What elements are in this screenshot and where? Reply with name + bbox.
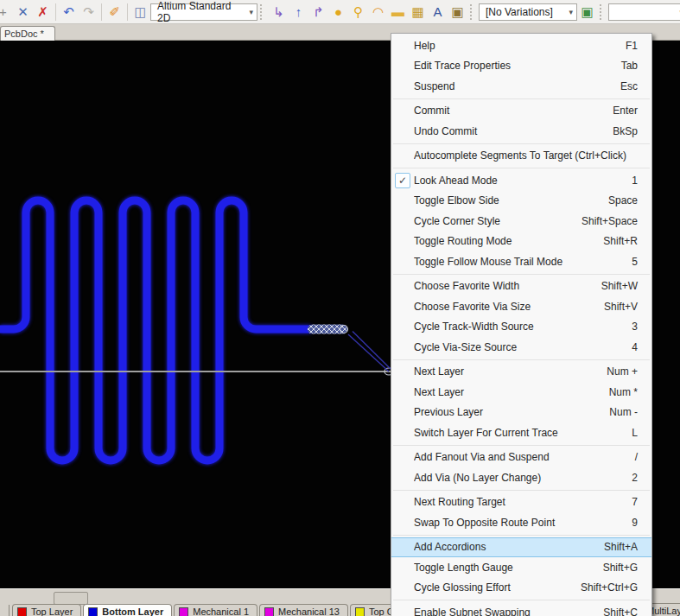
- break-track-icon[interactable]: ✕: [13, 3, 33, 22]
- menu-item-toggle-follow-mouse-trail-mode[interactable]: Toggle Follow Mouse Trail Mode5: [391, 251, 651, 272]
- layer-color-swatch: [355, 607, 365, 616]
- via-icon[interactable]: ⚲: [348, 3, 368, 22]
- menu-item-suspend[interactable]: SuspendEsc: [391, 76, 651, 97]
- menu-item-undo-commit[interactable]: Undo CommitBkSp: [391, 121, 651, 142]
- menu-item-toggle-length-gauge[interactable]: Toggle Length GaugeShift+G: [391, 557, 651, 578]
- menu-item-next-routing-target[interactable]: Next Routing Target7: [391, 492, 651, 513]
- menu-item-shortcut: Shift+W: [601, 280, 651, 292]
- check-icon: ✓: [395, 173, 410, 188]
- checkmark-box: ✓: [391, 173, 414, 188]
- menu-item-label: Help: [414, 40, 626, 52]
- menu-item-label: Toggle Length Gauge: [414, 562, 603, 574]
- undo-icon[interactable]: ↶: [59, 3, 79, 22]
- redo-icon[interactable]: ↷: [79, 3, 99, 22]
- menu-item-choose-favorite-via-size[interactable]: Choose Favorite Via SizeShift+V: [391, 296, 651, 317]
- menu-item-toggle-elbow-side[interactable]: Toggle Elbow SideSpace: [391, 191, 651, 212]
- toolbar-separator: [127, 3, 128, 21]
- menu-item-label: Swap To Opposite Route Point: [414, 517, 632, 529]
- menu-item-edit-trace-properties[interactable]: Edit Trace PropertiesTab: [391, 56, 651, 77]
- menu-item-label: Enable Subnet Swapping: [414, 606, 603, 616]
- menu-item-next-layer[interactable]: Next LayerNum *: [391, 382, 651, 403]
- menu-item-label: Cycle Track-Width Source: [414, 321, 632, 333]
- arc-icon[interactable]: ◠: [368, 3, 388, 22]
- layer-tab-mechanical-1[interactable]: Mechanical 1: [174, 604, 257, 616]
- menu-item-label: Cycle Via-Size Source: [414, 341, 632, 353]
- chevron-down-icon[interactable]: ▾: [569, 8, 573, 16]
- menu-item-label: Undo Commit: [414, 125, 613, 137]
- menu-item-autocomplete-segments-to-target-ctrl-click[interactable]: Autocomplete Segments To Target (Ctrl+Cl…: [391, 146, 651, 167]
- menu-item-choose-favorite-width[interactable]: Choose Favorite WidthShift+W: [391, 276, 651, 297]
- menu-item-shortcut: Enter: [613, 105, 651, 117]
- menu-item-add-accordions[interactable]: Add AccordionsShift+A: [391, 537, 651, 558]
- menu-separator: [393, 168, 650, 168]
- menu-item-help[interactable]: HelpF1: [391, 35, 651, 56]
- scene-filter-icon[interactable]: ◫: [130, 3, 150, 22]
- accordion-trace: [0, 200, 311, 460]
- menu-item-label: Autocomplete Segments To Target (Ctrl+Cl…: [414, 149, 638, 162]
- layer-color-swatch: [88, 607, 98, 616]
- toolbar-separator: [55, 3, 56, 21]
- menu-item-cycle-via-size-source[interactable]: Cycle Via-Size Source4: [391, 337, 651, 358]
- pad-icon[interactable]: ●: [328, 3, 348, 22]
- menu-item-next-layer[interactable]: Next LayerNum +: [391, 362, 651, 383]
- menu-item-label: Cycle Glossing Effort: [414, 581, 581, 594]
- interactive-routing-icon[interactable]: ↳: [269, 3, 289, 22]
- menu-item-shortcut: 3: [632, 321, 651, 333]
- menu-item-label: Toggle Follow Mouse Trail Mode: [414, 256, 632, 268]
- place-text-icon[interactable]: A: [428, 3, 448, 22]
- view-style-combo[interactable]: Altium Standard 2D▾: [150, 3, 257, 21]
- menu-item-label: Suspend: [414, 80, 620, 92]
- menu-separator: [393, 143, 650, 144]
- menu-item-cycle-corner-style[interactable]: Cycle Corner StyleShift+Space: [391, 211, 651, 232]
- menu-item-label: Cycle Corner Style: [414, 215, 581, 227]
- move-icon[interactable]: +: [0, 3, 13, 22]
- menu-separator: [393, 445, 650, 446]
- layer-tab-label: Mechanical 1: [193, 606, 249, 616]
- route-select-icon[interactable]: ↑: [289, 3, 308, 22]
- menu-item-cycle-glossing-effort[interactable]: Cycle Glossing EffortShift+Ctrl+G: [391, 578, 651, 599]
- multi-route-icon[interactable]: ↱: [308, 3, 328, 22]
- menu-item-commit[interactable]: CommitEnter: [391, 101, 651, 122]
- menu-item-previous-layer[interactable]: Previous LayerNum -: [391, 403, 651, 423]
- menu-item-label: Add Via (No Layer Change): [414, 472, 632, 484]
- menu-item-add-fanout-via-and-suspend[interactable]: Add Fanout Via and Suspend/: [391, 448, 651, 468]
- menu-item-shortcut: Shift+Space: [581, 215, 651, 227]
- clear-violations-icon[interactable]: ✗: [33, 3, 53, 22]
- menu-item-enable-subnet-swapping[interactable]: Enable Subnet SwappingShift+C: [391, 602, 651, 616]
- menu-item-look-ahead-mode[interactable]: ✓Look Ahead Mode1: [391, 170, 651, 191]
- menu-item-shortcut: Shift+V: [604, 301, 651, 313]
- toolbar-group-handle: [260, 4, 266, 20]
- menu-item-shortcut: 7: [632, 496, 651, 508]
- variant-chip-icon[interactable]: ▣: [577, 3, 597, 22]
- wand-icon[interactable]: ✐: [105, 3, 124, 22]
- toolbar-separator: [101, 3, 102, 21]
- menu-item-toggle-routing-mode[interactable]: Toggle Routing ModeShift+R: [391, 232, 651, 252]
- document-tab-pcbdoc[interactable]: PcbDoc *: [0, 26, 55, 41]
- menu-item-switch-layer-for-current-trace[interactable]: Switch Layer For Current TraceL: [391, 422, 651, 443]
- menu-separator: [393, 359, 650, 360]
- menu-item-cycle-track-width-source[interactable]: Cycle Track-Width Source3: [391, 317, 651, 338]
- variations-combo-value: [No Variations]: [486, 6, 553, 18]
- fill-icon[interactable]: ▬: [388, 3, 408, 22]
- menu-item-label: Look Ahead Mode: [414, 175, 632, 187]
- menu-item-shortcut: Shift+A: [604, 541, 651, 553]
- menu-separator: [393, 98, 650, 99]
- menu-item-label: Next Routing Target: [414, 496, 632, 508]
- extra-combo[interactable]: ▾: [608, 3, 680, 21]
- layer-color-swatch: [179, 607, 188, 616]
- pad-array-icon[interactable]: ▦: [408, 3, 428, 22]
- menu-item-swap-to-opposite-route-point[interactable]: Swap To Opposite Route Point9: [391, 512, 651, 533]
- chevron-down-icon[interactable]: ▾: [249, 8, 253, 16]
- menu-item-label: Toggle Routing Mode: [414, 235, 603, 247]
- menu-separator: [393, 274, 650, 275]
- place-component-icon[interactable]: ▣: [448, 3, 467, 22]
- layer-tab-label: Top Layer: [31, 606, 73, 616]
- menu-item-add-via-no-layer-change[interactable]: Add Via (No Layer Change)2: [391, 467, 651, 488]
- variations-combo[interactable]: [No Variations]▾: [479, 3, 577, 21]
- layer-tab-mechanical-13[interactable]: Mechanical 13: [259, 604, 348, 616]
- layer-tab-bottom-layer[interactable]: Bottom Layer: [83, 604, 172, 616]
- layer-tab-top-layer[interactable]: Top Layer: [12, 604, 81, 616]
- menu-separator: [393, 535, 650, 536]
- menu-item-shortcut: Num *: [609, 386, 651, 398]
- lookahead-line-1: [348, 334, 389, 372]
